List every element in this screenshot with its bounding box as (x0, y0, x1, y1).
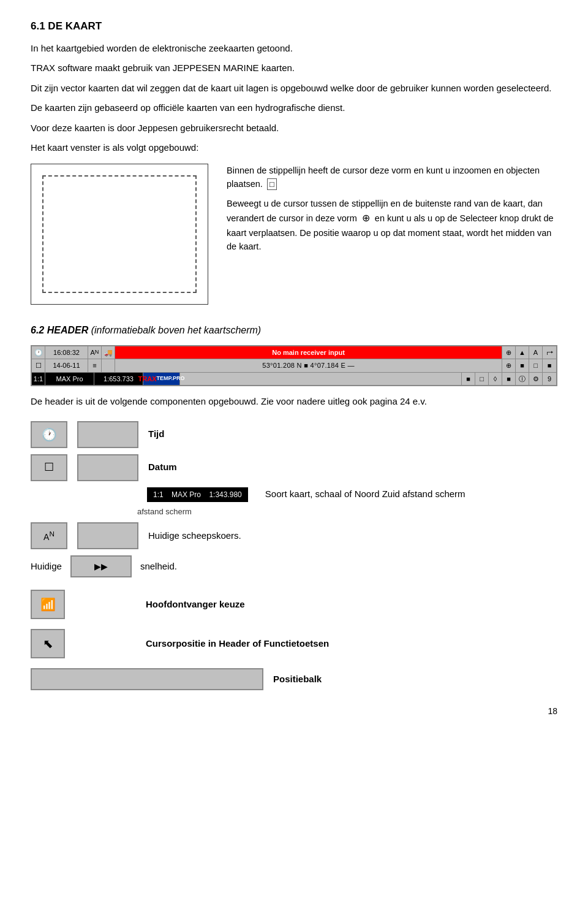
section-title-header: 6.2 HEADER (informatiebalk boven het kaa… (31, 323, 557, 338)
antenna-icon: 📶 (40, 595, 56, 614)
section-title-kaart: 6.1 DE KAART (31, 18, 557, 34)
desc-binnen: Binnen de stippellijn heeft de cursor de… (227, 164, 557, 191)
hcell-icon-plus: ⊕ (502, 346, 516, 359)
header-row-3: 1:1 MAX Pro 1:653.733 TRAX TEMP.PRO ■ □ … (32, 373, 556, 386)
datum-box2 (77, 454, 138, 481)
speed-box: ▶▶ (70, 555, 132, 577)
para4: De kaarten zijn gebaseerd op officiële k… (31, 101, 557, 115)
clock-icon: 🕐 (42, 425, 57, 444)
snelheid-label: snelheid. (140, 560, 177, 574)
cursorpositie-label: Cursorpositie in Header of Functietoetse… (146, 637, 329, 651)
hcell-icon-truck: 🚚 (102, 346, 115, 359)
cursor-icon-box: ⬉ (31, 629, 65, 658)
datum-row: ☐ Datum (31, 454, 557, 481)
hcell-icon-plus2: ⊕ (502, 359, 516, 372)
huidige-koers-label: Huidige scheepskoers. (148, 529, 241, 543)
hcell-icon-sq3: ■ (543, 359, 556, 372)
hcell-alarm: No main receiver input (115, 346, 502, 359)
hcell-icon-sq4: ■ (502, 373, 516, 386)
hcell-icon-clock: 🕐 (32, 346, 45, 359)
hcell-icon2: ☐ (32, 359, 45, 372)
afstand-scherm-note: afstand scherm (137, 506, 557, 518)
hoofdontvanger-icon-box: 📶 (31, 590, 65, 619)
hcell-icon-red-sq: ■ (462, 373, 475, 386)
desc-beweegt: Beweegt u de cursor tussen de stippellij… (227, 197, 557, 253)
tijd-label: Tijd (148, 427, 164, 441)
hcell-icon-a2: A (529, 346, 543, 359)
para1: In het kaartgebied worden de elektronisc… (31, 42, 557, 56)
hcell-coord1: 53°01.208 N ■ 4°07.184 E — (115, 359, 502, 372)
huidige-label: Huidige (31, 560, 62, 574)
hcell-date: 14-06-11 (45, 359, 88, 372)
hcell-icon-cursor: ⮣ (543, 346, 556, 359)
header-row-1: 🕐 16:08:32 AN 🚚 No main receiver input ⊕… (32, 346, 556, 360)
huidige-row: Huidige ▶▶ snelheid. (31, 555, 557, 577)
koers-icon-box: AN (31, 522, 67, 549)
positie-bar (31, 668, 263, 690)
move-cursor-icon: ⊕ (362, 213, 370, 223)
desc-header: De header is uit de volgende componenten… (31, 395, 557, 409)
hcell-icon-sq2: □ (529, 359, 543, 372)
hcell-icon-diamond: ◊ (489, 373, 502, 386)
hoofdontvanger-row: 📶 Hoofdontvanger keuze (31, 590, 557, 619)
section-kaart: 6.1 DE KAART In het kaartgebied worden d… (31, 18, 557, 305)
datum-icon: ☐ (44, 459, 54, 476)
positiebalk-label: Positiebalk (273, 672, 322, 687)
hcell-icon-blank (102, 359, 115, 372)
cursorp-row: ⬉ Cursorpositie in Header of Functietoet… (31, 629, 557, 658)
zoom-icon: □ (267, 178, 277, 190)
hcell-icon-sq1: ■ (516, 359, 529, 372)
cursor-arrow-icon: ⬉ (43, 634, 53, 653)
kaart-box (31, 164, 208, 305)
hcell-scaleval: 1:653.733 (94, 373, 143, 386)
koers-box2 (77, 522, 138, 549)
an-icon: AN (43, 528, 55, 544)
header-bar: 🕐 16:08:32 AN 🚚 No main receiver input ⊕… (31, 345, 557, 387)
header-row-2: ☐ 14-06-11 ≡ 53°01.208 N ■ 4°07.184 E — … (32, 359, 556, 373)
kaart-box-inner (42, 175, 197, 293)
hcell-icon-dd: ≡ (88, 359, 102, 372)
hcell-icon-num: 9 (543, 373, 556, 386)
koers-row: AN Huidige scheepskoers. (31, 522, 557, 549)
hcell-icon-i: Ⓘ (516, 373, 529, 386)
hcell-empty (180, 373, 462, 386)
hcell-icon-a: AN (88, 346, 102, 359)
kaart-description: Binnen de stippellijn heeft de cursor de… (227, 164, 557, 260)
hcell-icon-settings: ⚙ (529, 373, 543, 386)
speed-icon: ▶▶ (94, 560, 108, 573)
section-header: 6.2 HEADER (informatiebalk boven het kaa… (31, 323, 557, 691)
tijd-icon-box: 🕐 (31, 421, 67, 448)
para3: Dit zijn vector kaarten dat wil zeggen d… (31, 82, 557, 96)
soort-label: Soort kaart, schaal of Noord Zuid afstan… (265, 487, 466, 501)
para2: TRAX software maakt gebruik van JEPPESEN… (31, 61, 557, 75)
datum-label: Datum (148, 460, 177, 474)
positie-row: Positiebalk (31, 668, 557, 690)
hcell-time: 16:08:32 (45, 346, 88, 359)
para5: Voor deze kaarten is door Jeppesen gebru… (31, 121, 557, 135)
hcell-trax: TRAX TEMP.PRO (143, 373, 180, 386)
hcell-scale-ratio: 1:1 (32, 373, 45, 386)
soort-row: 1:1 MAX Pro 1:343.980 Soort kaart, schaa… (31, 487, 557, 502)
tijd-row: 🕐 Tijd (31, 421, 557, 448)
kaart-venster-label: Het kaart venster is als volgt opgebouwd… (31, 141, 557, 155)
hcell-maxpro: MAX Pro (45, 373, 94, 386)
hcell-icon-plus3: □ (475, 373, 489, 386)
tijd-box2 (77, 421, 138, 448)
kaart-diagram-row: Binnen de stippellijn heeft de cursor de… (31, 164, 557, 305)
schaal-display: 1:1 MAX Pro 1:343.980 (147, 487, 248, 502)
hcell-icon-arrow1: ▲ (516, 346, 529, 359)
page-number: 18 (31, 705, 557, 718)
hoofdontvanger-label: Hoofdontvanger keuze (146, 598, 245, 612)
datum-icon-box: ☐ (31, 454, 67, 481)
